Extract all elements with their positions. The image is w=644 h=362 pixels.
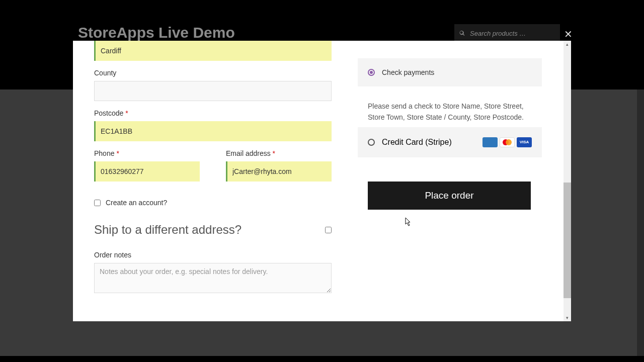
- town-input[interactable]: [94, 41, 332, 61]
- amex-icon: [482, 137, 498, 147]
- required-asterisk: *: [125, 109, 128, 117]
- check-payments-label: Check payments: [382, 68, 434, 76]
- payment-cc-option[interactable]: Credit Card (Stripe) VISA: [358, 127, 542, 157]
- radio-unselected-icon[interactable]: [368, 139, 375, 146]
- postcode-label: Postcode *: [94, 109, 332, 117]
- payment-check-option[interactable]: Check payments: [358, 58, 542, 86]
- close-icon[interactable]: ✕: [564, 28, 573, 40]
- phone-input[interactable]: [94, 161, 200, 182]
- check-payments-desc: Please send a check to Store Name, Store…: [358, 93, 542, 127]
- card-icons: VISA: [482, 137, 532, 147]
- checkout-modal: ▴ ▾ Town / City * County Postcode *: [73, 41, 571, 321]
- postcode-input[interactable]: [94, 121, 332, 141]
- place-order-button[interactable]: Place order: [368, 182, 531, 210]
- scroll-down-icon[interactable]: ▾: [565, 315, 570, 320]
- footer-bar: [0, 356, 644, 362]
- visa-icon: VISA: [517, 137, 532, 147]
- ship-different-heading: Ship to a different address?: [94, 223, 242, 237]
- order-notes-label: Order notes: [94, 251, 332, 259]
- create-account-label: Create an account?: [106, 199, 167, 207]
- site-title: StoreApps Live Demo: [78, 24, 235, 41]
- county-label: County: [94, 69, 332, 77]
- required-asterisk: *: [116, 149, 119, 157]
- email-input[interactable]: [226, 161, 332, 182]
- cc-stripe-label: Credit Card (Stripe): [382, 138, 452, 147]
- search-box[interactable]: [454, 24, 560, 42]
- search-input[interactable]: [470, 30, 555, 37]
- mastercard-icon: [500, 137, 515, 147]
- phone-label: Phone *: [94, 149, 200, 157]
- ship-different-checkbox[interactable]: [325, 227, 332, 233]
- create-account-checkbox[interactable]: [94, 200, 101, 206]
- radio-selected-icon[interactable]: [368, 69, 375, 76]
- search-icon: [459, 30, 465, 37]
- email-label: Email address *: [226, 149, 332, 157]
- order-notes-textarea[interactable]: [94, 263, 332, 293]
- county-input[interactable]: [94, 81, 332, 101]
- required-asterisk: *: [273, 149, 275, 157]
